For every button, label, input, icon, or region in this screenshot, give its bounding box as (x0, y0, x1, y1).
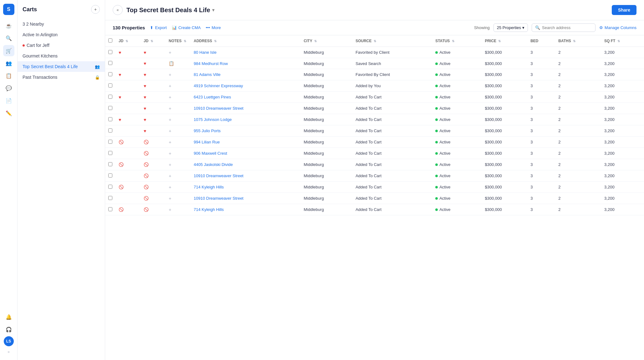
heart-filled-icon: ♥ (119, 95, 121, 100)
add-note-icon[interactable]: + (169, 117, 171, 122)
row-checkbox[interactable] (108, 83, 112, 88)
sidebar-item-past-transactions[interactable]: Past Transactions 🔒 (18, 72, 105, 82)
sidebar-item-gourmet[interactable]: Gourmet Kitchens (18, 51, 105, 61)
add-note-icon[interactable]: + (169, 173, 171, 178)
col-header-jd1[interactable]: JD ⇅ (115, 35, 141, 47)
row-checkbox[interactable] (108, 173, 112, 178)
col-header-source[interactable]: SOURCE ⇅ (352, 35, 432, 47)
row-checkbox[interactable] (108, 61, 112, 65)
row-checkbox[interactable] (108, 196, 112, 200)
sidebar-item-cart-jeff[interactable]: Cart for Jeff (18, 40, 105, 51)
add-note-icon[interactable]: + (169, 128, 171, 133)
row-checkbox[interactable] (108, 50, 112, 54)
table-row: ♥ + 955 Julio Ports Middleburg Added To … (105, 125, 644, 137)
title-chevron-icon[interactable]: ▾ (212, 8, 214, 12)
row-checkbox[interactable] (108, 128, 112, 132)
sidebar-item-top-secret[interactable]: Top Secret Best Deals 4 Life 👥 (18, 61, 105, 72)
address-link[interactable]: 10910 Dreamweaver Street (194, 106, 243, 111)
address-link[interactable]: 984 Medhurst Row (194, 61, 228, 66)
row-sqft-cell: 3,200 (601, 204, 644, 215)
address-link[interactable]: 714 Kyleigh Hills (194, 207, 224, 212)
col-header-status[interactable]: STATUS ⇅ (432, 35, 482, 47)
col-header-address[interactable]: ADDRESS ⇅ (191, 35, 301, 47)
col-header-bed[interactable]: BED (527, 35, 555, 47)
manage-columns-button[interactable]: ⚙ Manage Columns (599, 25, 636, 30)
row-baths-cell: 2 (555, 114, 601, 125)
address-link[interactable]: 714 Kyleigh Hills (194, 185, 224, 189)
address-link[interactable]: 4919 Schinner Expressway (194, 83, 243, 88)
nav-messages-icon[interactable]: 💬 (3, 82, 14, 94)
heart-broken-icon: 🚫 (144, 151, 149, 156)
row-checkbox[interactable] (108, 72, 112, 76)
create-cma-button[interactable]: 📊 Create CMA (172, 25, 201, 30)
nav-edit-icon[interactable]: ✏️ (3, 108, 14, 119)
cart-jeff-dot (23, 44, 25, 47)
col-header-jd2[interactable]: JD ⇅ (141, 35, 166, 47)
address-link[interactable]: 6423 Luettgen Pines (194, 95, 231, 99)
more-button[interactable]: ••• More (206, 25, 221, 30)
row-bed-cell: 3 (527, 204, 555, 215)
nav-bell-icon[interactable]: 🔔 (3, 311, 14, 322)
sidebar-item-nearby[interactable]: 3 2 Nearby (18, 19, 105, 29)
add-note-icon[interactable]: + (169, 106, 171, 111)
nav-search-icon[interactable]: 🔍 (3, 32, 14, 44)
nav-carts-icon[interactable]: 🛒 (3, 45, 14, 56)
row-checkbox[interactable] (108, 106, 112, 110)
row-checkbox[interactable] (108, 117, 112, 121)
add-note-icon[interactable]: + (169, 50, 171, 55)
address-link[interactable]: 955 Julio Ports (194, 128, 221, 133)
row-price-cell: $300,000 (482, 193, 527, 204)
row-checkbox-cell (105, 204, 115, 215)
sidebar-item-active-arlington[interactable]: Active In Arlington (18, 29, 105, 40)
row-price-cell: $300,000 (482, 137, 527, 148)
properties-table-wrapper: JD ⇅ JD ⇅ NOTES ⇅ ADDRESS ⇅ CITY ⇅ SOURC… (105, 35, 644, 360)
collapse-sidebar-btn[interactable]: » (3, 348, 14, 356)
address-link[interactable]: 994 Lilian Rue (194, 140, 220, 144)
share-button[interactable]: Share (612, 5, 636, 15)
status-active-dot (435, 175, 438, 177)
nav-contacts-icon[interactable]: 📋 (3, 70, 14, 81)
nav-docs-icon[interactable]: 📄 (3, 95, 14, 106)
add-note-icon[interactable]: + (169, 196, 171, 201)
address-link[interactable]: 4405 Jaskolski Divide (194, 162, 233, 167)
nav-people-icon[interactable]: 👥 (3, 58, 14, 69)
row-checkbox[interactable] (108, 185, 112, 189)
address-link[interactable]: 10910 Dreamweaver Street (194, 196, 243, 201)
add-note-icon[interactable]: + (169, 94, 171, 100)
add-note-icon[interactable]: + (169, 151, 171, 156)
row-checkbox[interactable] (108, 162, 112, 166)
add-cart-button[interactable]: + (91, 5, 100, 14)
col-header-sqft[interactable]: SQ FT ⇅ (601, 35, 644, 47)
address-link[interactable]: 1075 Johnson Lodge (194, 117, 232, 122)
row-price-cell: $300,000 (482, 182, 527, 193)
address-link[interactable]: 80 Hane Isle (194, 50, 217, 55)
select-all-checkbox[interactable] (108, 38, 112, 42)
add-note-icon[interactable]: + (169, 162, 171, 167)
row-checkbox[interactable] (108, 151, 112, 155)
row-checkbox[interactable] (108, 95, 112, 99)
search-input[interactable] (542, 25, 592, 30)
col-header-price[interactable]: PRICE ⇅ (482, 35, 527, 47)
nav-headset-icon[interactable]: 🎧 (3, 324, 14, 335)
col-header-notes[interactable]: NOTES ⇅ (166, 35, 191, 47)
col-header-baths[interactable]: BATHS ⇅ (555, 35, 601, 47)
col-header-city[interactable]: CITY ⇅ (301, 35, 353, 47)
add-note-icon[interactable]: + (169, 83, 171, 88)
address-link[interactable]: 10910 Dreamweaver Street (194, 173, 243, 178)
export-button[interactable]: ⬆ Export (150, 25, 167, 30)
add-note-icon[interactable]: + (169, 207, 171, 212)
add-note-icon[interactable]: + (169, 139, 171, 145)
row-checkbox[interactable] (108, 207, 112, 211)
avatar[interactable]: LS (4, 336, 14, 346)
nav-home-icon[interactable]: ☕ (3, 20, 14, 31)
export-icon: ⬆ (150, 25, 153, 30)
row-jd1-cell: 🚫 (115, 182, 141, 193)
add-note-icon[interactable]: + (169, 72, 171, 77)
row-checkbox[interactable] (108, 140, 112, 144)
back-button[interactable]: « (113, 5, 123, 15)
address-link[interactable]: 906 Maxwell Crest (194, 151, 227, 156)
showing-select[interactable]: 25 Properties ▾ (493, 23, 528, 32)
add-note-icon[interactable]: + (169, 184, 171, 190)
address-link[interactable]: 81 Adams Ville (194, 72, 221, 77)
row-price-cell: $300,000 (482, 159, 527, 170)
